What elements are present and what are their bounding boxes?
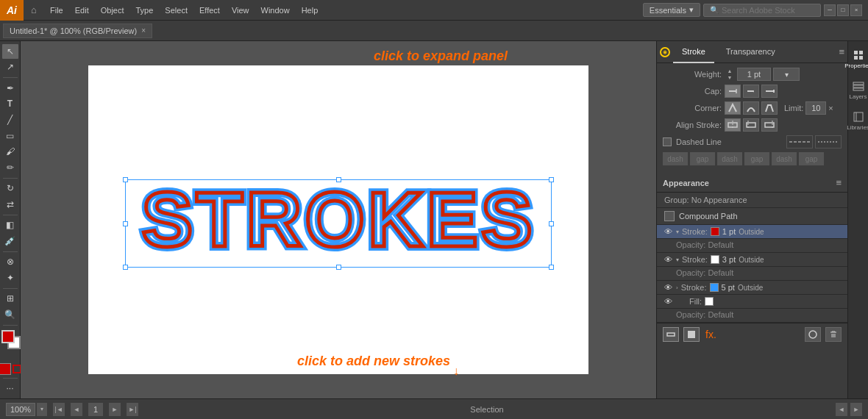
eyedropper-tool[interactable]: 💉 xyxy=(2,234,18,248)
libraries-panel-button[interactable]: Libraries xyxy=(850,106,867,135)
document-tab[interactable]: Untitled-1* @ 100% (RGB/Preview) × xyxy=(3,24,152,38)
menu-view[interactable]: View xyxy=(226,0,255,21)
next-artboard-button[interactable]: ► xyxy=(850,403,862,416)
last-page-button[interactable]: ►| xyxy=(127,403,138,416)
zoom-input[interactable] xyxy=(6,403,35,416)
stroke-color-icon[interactable] xyxy=(13,365,21,373)
eye-icon-3[interactable]: 👁 xyxy=(663,283,673,292)
gradient-tool[interactable]: ◧ xyxy=(2,218,18,232)
align-outside-button[interactable] xyxy=(761,118,778,132)
eye-icon-2[interactable]: 👁 xyxy=(663,255,673,264)
first-page-button[interactable]: |◄ xyxy=(53,403,65,416)
close-button[interactable]: × xyxy=(850,4,862,16)
svg-rect-2 xyxy=(747,90,753,92)
zoom-dropdown[interactable]: ▾ xyxy=(37,403,47,416)
miter-corner-button[interactable] xyxy=(725,101,741,115)
menu-file[interactable]: File xyxy=(44,0,69,21)
more-tools[interactable]: ··· xyxy=(2,381,18,395)
stroke-color-3[interactable] xyxy=(710,283,719,292)
symbol-tool[interactable]: ✦ xyxy=(2,271,18,285)
weight-dropdown[interactable]: ▾ xyxy=(773,68,800,81)
type-tool[interactable]: T xyxy=(2,97,18,112)
projecting-cap-button[interactable] xyxy=(761,85,778,98)
search-box: 🔍 xyxy=(703,4,821,17)
pen-tool[interactable]: ✒ xyxy=(2,81,18,96)
stroke-panel-menu-icon[interactable]: ≡ xyxy=(839,46,844,57)
maximize-button[interactable]: □ xyxy=(837,4,849,16)
direct-selection-tool[interactable]: ↗ xyxy=(2,60,18,75)
round-cap-button[interactable] xyxy=(743,85,759,98)
dash-1-input[interactable] xyxy=(663,152,688,165)
eye-icon-fill[interactable]: 👁 xyxy=(663,297,673,306)
home-icon[interactable]: ⌂ xyxy=(24,0,44,21)
pencil-tool[interactable]: ✏ xyxy=(2,160,18,175)
expand-arrow-2[interactable]: ▾ xyxy=(676,257,679,263)
menu-window[interactable]: Window xyxy=(255,0,296,21)
bevel-corner-button[interactable] xyxy=(761,101,778,115)
artboard-tool[interactable]: ⊞ xyxy=(2,292,18,307)
search-input[interactable] xyxy=(722,6,810,15)
menu-select[interactable]: Select xyxy=(159,0,193,21)
expand-arrow-3[interactable]: › xyxy=(676,284,678,291)
dash-style-2[interactable] xyxy=(815,135,842,148)
dash-2-input[interactable] xyxy=(717,152,742,165)
spinner-down[interactable]: ▼ xyxy=(725,75,735,80)
dashed-checkbox[interactable] xyxy=(663,137,672,146)
eye-icon-1[interactable]: 👁 xyxy=(663,227,673,236)
mirror-tool[interactable]: ⇄ xyxy=(2,197,18,212)
blend-tool[interactable]: ⊗ xyxy=(2,255,18,270)
new-stroke-button[interactable] xyxy=(663,327,679,342)
zoom-tool[interactable]: 🔍 xyxy=(2,307,18,322)
menu-object[interactable]: Object xyxy=(95,0,130,21)
fx-button[interactable]: fx. xyxy=(705,329,716,340)
weight-spinner[interactable]: ▲ ▼ xyxy=(725,68,735,81)
tool-separator-5 xyxy=(3,288,18,289)
canvas-background: STROKES STROKES STROKES xyxy=(88,65,588,374)
expand-arrow-1[interactable]: ▾ xyxy=(676,229,679,235)
rotate-tool[interactable]: ↻ xyxy=(2,181,18,196)
appearance-menu-icon[interactable]: ≡ xyxy=(836,177,842,188)
gap-3-input[interactable] xyxy=(799,152,824,165)
workspace-selector[interactable]: Essentials ▾ xyxy=(643,3,700,17)
fill-icon[interactable] xyxy=(0,363,11,375)
gap-1-input[interactable] xyxy=(690,152,715,165)
selection-tool[interactable]: ↖ xyxy=(2,44,18,59)
line-tool[interactable]: ╱ xyxy=(2,112,18,127)
color-selector[interactable] xyxy=(0,329,21,347)
stroke-color-2[interactable] xyxy=(711,255,719,264)
minimize-button[interactable]: ─ xyxy=(824,4,836,16)
clear-appearance-button[interactable] xyxy=(805,327,821,342)
tab-close-button[interactable]: × xyxy=(141,26,146,35)
spinner-up[interactable]: ▲ xyxy=(725,68,735,74)
menu-edit[interactable]: Edit xyxy=(69,0,95,21)
stroke-color-1[interactable] xyxy=(711,227,719,236)
layers-panel-button[interactable]: Layers xyxy=(850,75,867,104)
delete-item-button[interactable] xyxy=(825,327,842,342)
page-input[interactable] xyxy=(88,403,103,416)
limit-input[interactable] xyxy=(805,101,826,115)
align-center-button[interactable] xyxy=(725,118,741,132)
status-mode-label: Selection xyxy=(470,405,503,414)
fill-color-swatch[interactable] xyxy=(705,297,714,306)
menu-type[interactable]: Type xyxy=(130,0,160,21)
tab-transparency[interactable]: Transparency xyxy=(717,41,784,63)
dash-style-1[interactable] xyxy=(786,135,813,148)
properties-panel-button[interactable]: Properties xyxy=(850,44,867,74)
dash-3-input[interactable] xyxy=(772,152,797,165)
new-fill-button[interactable] xyxy=(683,327,700,342)
paintbrush-tool[interactable]: 🖌 xyxy=(2,144,18,159)
align-inside-button[interactable] xyxy=(743,118,759,132)
round-corner-button[interactable] xyxy=(743,101,759,115)
prev-artboard-button[interactable]: ◄ xyxy=(836,403,847,416)
weight-input[interactable] xyxy=(737,68,771,81)
rect-tool[interactable]: ▭ xyxy=(2,129,18,143)
prev-page-button[interactable]: ◄ xyxy=(71,403,82,416)
gap-2-input[interactable] xyxy=(744,152,769,165)
butt-cap-button[interactable] xyxy=(725,85,741,98)
menu-help[interactable]: Help xyxy=(296,0,324,21)
limit-label: Limit: xyxy=(784,104,803,112)
tab-stroke[interactable]: Stroke xyxy=(673,41,714,63)
next-page-button[interactable]: ► xyxy=(109,403,121,416)
menu-effect[interactable]: Effect xyxy=(193,0,226,21)
foreground-color[interactable] xyxy=(1,330,15,343)
